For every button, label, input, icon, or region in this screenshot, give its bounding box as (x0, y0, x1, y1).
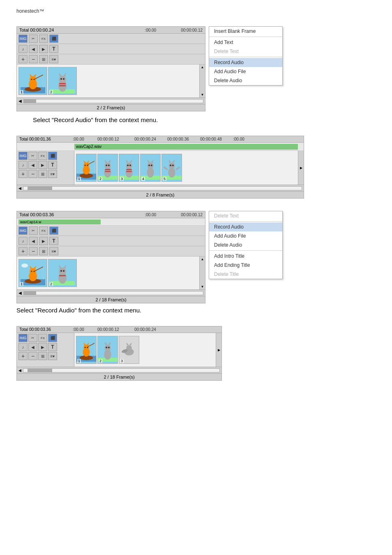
btn4-add[interactable]: + (18, 352, 28, 360)
timeline-editor-3: Total 00:00:03.36 :00.00 00:00:00.12 wav… (16, 211, 205, 303)
btn2-vol[interactable]: ◀ (28, 161, 37, 169)
scroll-left-3[interactable]: ◀ (18, 291, 22, 295)
scroll-left-btn-2[interactable]: ◀ (18, 186, 21, 190)
btn2-fx[interactable]: FX (38, 152, 47, 160)
btn4-copy[interactable]: ⬛ (48, 334, 57, 342)
btn4-grid[interactable]: ⊞ (38, 352, 47, 360)
btn4-list[interactable]: ≡▾ (48, 352, 57, 360)
btn2-note[interactable]: ♪ (18, 161, 28, 169)
menu2-add-ending-title[interactable]: Add Ending Title (209, 261, 282, 270)
menu2-record-audio[interactable]: Record Audio (209, 222, 282, 231)
btn4-cut[interactable]: ✂ (28, 334, 37, 342)
frame-3-1[interactable]: 1 (18, 259, 47, 287)
scroll-track-4[interactable] (23, 368, 220, 372)
btn4-fx[interactable]: FX (38, 334, 47, 342)
btn3-copy[interactable]: ⬛ (49, 227, 58, 235)
frame-2[interactable]: 2 (48, 67, 77, 95)
btn3-T[interactable]: T (49, 237, 58, 245)
frame-2-1[interactable]: 1 (76, 154, 97, 182)
tr2-0: :00.00 (73, 137, 97, 141)
btn3-note[interactable]: ♪ (18, 237, 28, 245)
btn4-img[interactable]: IMG (18, 334, 28, 342)
btn3-vol[interactable]: ◀ (29, 237, 38, 245)
instruction-3-suffix: " from the context menu. (74, 307, 141, 314)
btn3-list[interactable]: ≡▾ (49, 247, 58, 255)
menu-record-audio-1[interactable]: Record Audio (209, 58, 282, 67)
menu2-divider-2 (209, 250, 282, 251)
btn-vol[interactable]: ◀ (29, 45, 38, 53)
scroll-track-2[interactable] (23, 186, 302, 190)
menu2-add-intro-title[interactable]: Add Intro Title (209, 252, 282, 261)
frame-3-2[interactable]: 2 (48, 259, 77, 287)
btn3-img[interactable]: IMG (18, 227, 28, 235)
btn-play[interactable]: ▶ (39, 45, 48, 53)
frame-num-4-3: 3 (120, 359, 124, 363)
btn3-play[interactable]: ▶ (39, 237, 48, 245)
frame-1[interactable]: 1 (18, 67, 47, 95)
menu-add-text[interactable]: Add Text (209, 38, 282, 47)
scroll-right-2[interactable]: ▶ (298, 151, 304, 185)
menu2-add-audio-file[interactable]: Add Audio File (209, 231, 282, 240)
btn-T[interactable]: T (49, 45, 58, 53)
menu2-delete-text: Delete Text (209, 211, 282, 220)
btn4-minus[interactable]: − (28, 352, 37, 360)
svg-point-29 (85, 165, 86, 166)
btn2-play[interactable]: ▶ (38, 161, 47, 169)
svg-point-4 (30, 76, 36, 83)
menu2-delete-audio[interactable]: Delete Audio (209, 240, 282, 250)
btn2-cut[interactable]: ✂ (28, 152, 37, 160)
tbrow-4c: + − ⊞ ≡▾ (18, 352, 72, 360)
frame-num-2: 2 (49, 90, 53, 94)
svg-point-8 (34, 79, 35, 80)
frame-2-5[interactable]: 5 (161, 154, 182, 182)
section-4: Total 00:00:03.36 :00.00 00:00:00.12 00:… (16, 326, 376, 381)
tbrow-2c: + − ⊞ ≡▾ (18, 170, 72, 178)
btn-cut[interactable]: ✂ (29, 35, 38, 43)
svg-point-112 (106, 347, 107, 348)
scroll-left-btn-4[interactable]: ◀ (18, 368, 21, 372)
btn3-cut[interactable]: ✂ (29, 227, 38, 235)
btn2-T[interactable]: T (48, 161, 57, 169)
btn-img[interactable]: IMG (18, 35, 28, 43)
btn2-img[interactable]: IMG (18, 152, 28, 160)
btn4-play[interactable]: ▶ (38, 343, 47, 351)
frame-2-3[interactable]: 3 (119, 154, 139, 182)
frame-4-3[interactable]: 3 (119, 336, 139, 364)
scroll-right-4[interactable]: ▶ (216, 333, 221, 367)
frame-2-2[interactable]: 2 (97, 154, 118, 182)
btn-copy[interactable]: ⬛ (49, 35, 58, 43)
time-ruler-4: :00.00 00:00:00.12 00:00:00.24 (73, 327, 219, 332)
scroll-thumb-2[interactable] (28, 187, 52, 190)
frame-num-2-1: 1 (77, 177, 81, 181)
frame-4-1[interactable]: 1 (76, 336, 97, 364)
btn-note[interactable]: ♪ (18, 45, 28, 53)
btn2-copy[interactable]: ⬛ (48, 152, 57, 160)
frame-2-4[interactable]: 4 (140, 154, 161, 182)
btn2-list[interactable]: ≡▾ (48, 170, 57, 178)
timeline-track-3: 1 (17, 257, 205, 289)
btn-fx[interactable]: FX (39, 35, 48, 43)
btn4-T[interactable]: T (48, 343, 57, 351)
btn3-fx[interactable]: FX (39, 227, 48, 235)
btn2-minus[interactable]: − (28, 170, 37, 178)
scroll-track-3[interactable] (23, 291, 203, 295)
btn-list[interactable]: ≡▾ (49, 55, 58, 63)
btn-minus[interactable]: − (29, 55, 38, 63)
scroll-thumb-4[interactable] (28, 369, 52, 372)
btn-add[interactable]: + (18, 55, 28, 63)
btn2-add[interactable]: + (18, 170, 28, 178)
btn4-vol[interactable]: ◀ (28, 343, 37, 351)
scroll-thumb-3[interactable] (24, 291, 36, 295)
btn2-grid[interactable]: ⊞ (38, 170, 47, 178)
menu-delete-audio[interactable]: Delete Audio (209, 76, 282, 85)
menu-insert-blank-frame[interactable]: Insert Blank Frame (209, 27, 282, 36)
btn3-add[interactable]: + (18, 247, 28, 255)
menu-add-audio-file[interactable]: Add Audio File (209, 67, 282, 76)
btn4-note[interactable]: ♪ (18, 343, 28, 351)
btn3-minus[interactable]: − (29, 247, 38, 255)
btn-grid[interactable]: ⊞ (39, 55, 48, 63)
frame-4-2[interactable]: 2 (97, 336, 118, 364)
time-mark-0: :00.00 (145, 28, 156, 32)
frame-num-4-1: 1 (77, 359, 81, 363)
btn3-grid[interactable]: ⊞ (39, 247, 48, 255)
